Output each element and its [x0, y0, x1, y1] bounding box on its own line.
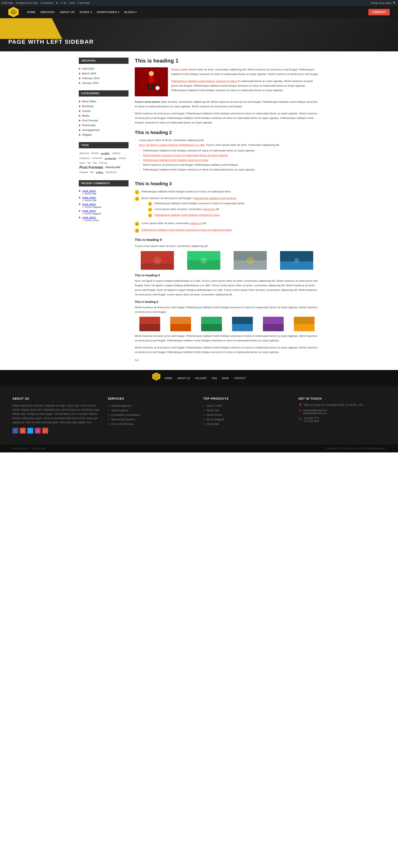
service-competitions[interactable]: Competitions and Matches — [111, 413, 141, 416]
bullet-list-1: Lorem ipsum dolor sit amet, consectetur … — [135, 138, 319, 176]
cat-uncategorized[interactable]: Uncategorized — [82, 128, 100, 131]
footer-nav-shop[interactable]: SHOP — [222, 377, 229, 380]
cat-bootstrap[interactable]: Bootstrap — [82, 104, 94, 108]
tag-layout[interactable]: layout — [79, 161, 86, 164]
product-shoes[interactable]: Soccer Shoes — [206, 413, 222, 416]
nested-link-2[interactable]: Pellentesque habitant morbi tristique se… — [154, 213, 220, 216]
comment-post-2[interactable]: Soccer Ball — [85, 199, 96, 202]
tag-title[interactable]: title — [90, 171, 94, 175]
gallery-item-3[interactable] — [228, 251, 273, 270]
tag-comments[interactable]: comments — [91, 157, 103, 160]
tag-categories[interactable]: categories — [79, 157, 91, 160]
comment-post-4[interactable]: Soccer Bagpack — [85, 212, 102, 215]
googleplus-button[interactable]: g+ — [42, 428, 48, 434]
tag-articles[interactable]: Articles — [91, 152, 100, 156]
tag-video[interactable]: video — [95, 171, 104, 175]
footer-nav-home[interactable]: HOME — [165, 377, 172, 380]
admin-my-sites[interactable]: ⊞ My Sites — [2, 2, 13, 4]
nav-pages[interactable]: PAGES ▾ — [80, 10, 92, 14]
num-link[interactable]: Pellentesque habitant morbi tristique — [193, 196, 236, 200]
cat-post-formats[interactable]: Post Formats — [82, 119, 98, 122]
list4-link[interactable]: Pellentesque habitant morbi tristique se… — [141, 228, 232, 231]
admin-customize[interactable]: ✎ Customize — [40, 2, 53, 4]
tag-alignment[interactable]: alignment — [79, 152, 90, 156]
footer-logo[interactable]: USC — [152, 372, 161, 381]
archive-january[interactable]: January 2024 — [82, 82, 98, 85]
twitter-button[interactable]: t — [27, 428, 33, 434]
sub-list-link-2[interactable]: Pellentesque habitant morbi tristique se… — [143, 158, 208, 162]
list-item: 1 Pellentesque habitant morbi tristique … — [135, 189, 319, 195]
footer-nav-contact[interactable]: CONTACT — [234, 377, 246, 380]
admin-edit-page[interactable]: ✎ Edit Page — [77, 2, 90, 4]
nav-about[interactable]: ABOUT US — [60, 10, 75, 14]
comment-post-3[interactable]: Soccer Bagpack — [85, 206, 102, 208]
nav-contact-button[interactable]: Contact — [368, 9, 390, 15]
nav-shortcodes[interactable]: SHORTCODES ▾ — [97, 10, 119, 14]
list-link[interactable]: Nunc vel ligula in augue tristique pelle… — [139, 143, 205, 147]
footer-nav-faq[interactable]: FAQ — [212, 377, 217, 380]
service-club[interactable]: Club Management — [111, 404, 132, 407]
tag-post-formats[interactable]: Post Formats — [79, 165, 104, 170]
product-bagpack[interactable]: Soccer Bagpack — [206, 418, 225, 421]
gallery-sm-3[interactable] — [197, 317, 227, 331]
comment-author-2[interactable]: luzuk_demo — [82, 196, 96, 199]
cat-block-editor[interactable]: Block Editor — [82, 100, 96, 103]
tag-lists[interactable]: lists — [92, 161, 97, 164]
gallery-item-2[interactable] — [181, 251, 226, 270]
tag-wordpress[interactable]: WordPress — [105, 171, 117, 175]
comment-author-1[interactable]: luzuk_demo — [82, 190, 96, 192]
list3-link[interactable]: adipiscing — [190, 222, 202, 225]
admin-site-name[interactable]: ● United Soccer Club — [16, 2, 37, 4]
site-logo[interactable]: USC — [8, 7, 19, 17]
gallery-sm-5[interactable] — [258, 317, 288, 331]
product-tshirt[interactable]: Soccer T-shirt — [206, 404, 222, 407]
gallery-sm-2[interactable] — [166, 317, 196, 331]
instagram-button[interactable]: ◉ — [35, 428, 40, 434]
tag-captions[interactable]: captions — [111, 152, 121, 156]
edit-link[interactable]: Edit — [135, 359, 319, 362]
nav-home[interactable]: HOME — [27, 10, 35, 14]
tag-shortcode[interactable]: shortcode — [105, 165, 121, 170]
privacy-policy-link-2[interactable]: Privacy Policy — [32, 447, 46, 450]
nav-blogs[interactable]: BLOGS ▾ — [124, 10, 137, 14]
archive-march[interactable]: March 2024 — [82, 72, 96, 75]
nested-link[interactable]: adipiscing — [203, 208, 215, 211]
tag-pictures[interactable]: Pictures — [98, 161, 108, 164]
cat-media[interactable]: Media — [82, 114, 89, 117]
tag-embeds[interactable]: embeds — [104, 157, 117, 160]
gallery-item-1[interactable]: Soccer — [135, 251, 180, 270]
comment-post-5[interactable]: Soccer Shoes — [85, 219, 99, 221]
sub-list-link-1[interactable]: Morbi tristique senectus et netus et mal… — [143, 154, 228, 157]
gallery-sm-4[interactable] — [227, 317, 257, 331]
gallery-item-4[interactable] — [274, 251, 319, 270]
privacy-policy-link-1[interactable]: Privacy Policy — [12, 447, 27, 450]
cat-shortcodes[interactable]: Shortcodes — [82, 124, 96, 127]
service-sponsorship[interactable]: Sponsorship Services — [111, 418, 135, 421]
facebook-button[interactable]: f — [12, 428, 18, 434]
comment-author-3[interactable]: luzuk_demo — [82, 203, 96, 206]
gallery-sm-1[interactable] — [135, 317, 165, 331]
product-ball[interactable]: Soccer Ball — [206, 423, 219, 426]
cat-widgets[interactable]: Widgets — [82, 133, 92, 136]
youtube-button[interactable]: ▶ — [20, 428, 26, 434]
product-cap[interactable]: Sports Cap — [206, 409, 219, 412]
gallery-sm-6[interactable] — [289, 317, 319, 331]
tag-link[interactable]: link — [87, 161, 92, 164]
comment-author-4[interactable]: luzuk_demo — [82, 210, 96, 212]
archive-february[interactable]: February 2024 — [82, 76, 100, 80]
tag-template[interactable]: template — [79, 171, 89, 175]
service-one-to-one[interactable]: One to One Practice — [111, 423, 134, 426]
intro-link[interactable]: Pellentesque habitant morbi tristique se… — [171, 80, 237, 83]
archive-april[interactable]: April 2024 — [82, 67, 94, 70]
footer-nav-gallery[interactable]: GALLERY — [195, 377, 207, 380]
nav-services[interactable]: SERVICES — [40, 10, 55, 14]
tag-audio[interactable]: audio — [100, 152, 111, 156]
admin-search-icon[interactable]: 🔍 — [393, 2, 396, 4]
comment-post-1[interactable]: Soccer Ball — [85, 192, 96, 195]
admin-new[interactable]: + New — [68, 2, 75, 4]
service-youth[interactable]: Youth Academy — [111, 409, 128, 412]
tag-excerpt[interactable]: excerpt — [118, 157, 126, 160]
cat-classic[interactable]: Classic — [82, 110, 91, 113]
footer-nav-about[interactable]: ABOUT US — [177, 377, 190, 380]
comment-author-5[interactable]: luzuk_demo — [82, 216, 96, 219]
